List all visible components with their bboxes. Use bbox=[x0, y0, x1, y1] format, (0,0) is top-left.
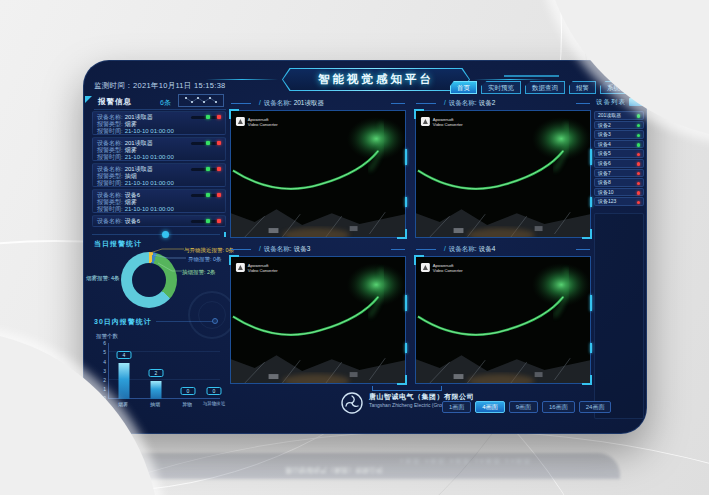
nav-button-data-query[interactable]: 数据查询 bbox=[525, 81, 565, 94]
device-name: 设备2 bbox=[598, 122, 611, 128]
status-dot bbox=[637, 143, 641, 147]
status-indicator bbox=[191, 168, 221, 171]
video-tile-2: /设备名称:设备2 bbox=[414, 97, 592, 239]
alarm-time-value: 21-10-10 01:00:00 bbox=[125, 128, 174, 134]
alarm-panel-title: 报警信息 bbox=[98, 97, 132, 107]
layout-4-button[interactable]: 4画面 bbox=[475, 401, 504, 413]
status-indicator bbox=[191, 194, 221, 197]
scrollbar-track bbox=[92, 234, 220, 235]
device-name-value: 设备6 bbox=[125, 218, 140, 224]
device-name-label: 设备名称: bbox=[264, 99, 292, 106]
device-row[interactable]: 201读取器 bbox=[594, 111, 644, 120]
bar-foreign-object: 0 bbox=[178, 343, 198, 399]
device-row[interactable]: 设备2 bbox=[594, 121, 644, 130]
y-tick: 5 bbox=[96, 349, 106, 355]
status-indicator bbox=[191, 220, 221, 223]
video-feed[interactable] bbox=[415, 256, 591, 384]
alarm-list-item[interactable]: 设备名称:201读取器 报警类型:烟雾 报警时间:21-10-10 01:00:… bbox=[92, 137, 226, 161]
alarm-time-label: 报警时间: bbox=[97, 180, 123, 186]
device-row[interactable]: 设备123 bbox=[594, 197, 644, 206]
nav-button-live-preview[interactable]: 实时预览 bbox=[481, 81, 521, 94]
x-label: 异物 bbox=[182, 401, 192, 407]
green-dot bbox=[206, 193, 210, 197]
video-feed[interactable] bbox=[230, 110, 406, 238]
device-name: 设备4 bbox=[598, 141, 611, 147]
red-dot bbox=[217, 167, 221, 171]
device-name-label: 设备名称: bbox=[449, 245, 477, 252]
layout-24-button[interactable]: 24画面 bbox=[579, 401, 612, 413]
donut-callout-proximity: 与异物接近报警: 0条 bbox=[184, 247, 234, 254]
device-list-tab[interactable] bbox=[629, 98, 643, 106]
layout-16-button[interactable]: 16画面 bbox=[542, 401, 575, 413]
alarm-list-item[interactable]: 设备名称:设备6 报警类型:烟雾 报警时间:21-10-10 01:00:00 bbox=[92, 189, 226, 213]
alarm-list-item[interactable]: 设备名称:201读取器 报警类型:抽烟 报警时间:21-10-10 01:00:… bbox=[92, 163, 226, 187]
video-tile-header: /设备名称:201读取器 bbox=[229, 97, 407, 110]
top-nav: 首页 实时预览 数据查询 报警 系统设置 bbox=[450, 81, 640, 94]
nav-button-home[interactable]: 首页 bbox=[450, 81, 477, 94]
scrollbar-knob[interactable] bbox=[162, 231, 169, 238]
dashboard-panel: 监测时间：2021年10月11日 15:15:38 智能视觉感知平台 首页 实时… bbox=[83, 60, 647, 434]
video-tile-1: /设备名称:201读取器 bbox=[229, 97, 407, 239]
bar-chart-ylabel: 报警个数 bbox=[96, 333, 118, 340]
layout-1-button[interactable]: 1画面 bbox=[442, 401, 471, 413]
scrollbar-end-tick bbox=[224, 232, 226, 237]
device-row[interactable]: 设备4 bbox=[594, 140, 644, 149]
device-name-value: 设备4 bbox=[479, 245, 496, 252]
status-dot bbox=[637, 124, 641, 128]
alarm-panel-header: 报警信息 6条 bbox=[94, 97, 226, 111]
device-list-title: 设备列表 bbox=[596, 98, 626, 107]
device-row[interactable]: 设备7 bbox=[594, 169, 644, 178]
device-row[interactable]: 设备5 bbox=[594, 149, 644, 158]
device-name-value: 201读取器 bbox=[294, 99, 324, 106]
red-dot bbox=[217, 115, 221, 119]
x-label: 抽烟 bbox=[150, 401, 160, 407]
page-title: 智能视觉感知平台 bbox=[318, 72, 434, 87]
alarm-list-item[interactable]: 设备名称:201读取器 报警类型:烟雾 报警时间:21-10-10 01:00:… bbox=[92, 111, 226, 135]
device-name-label: 设备名称: bbox=[97, 114, 123, 120]
status-dot bbox=[637, 172, 641, 176]
edge-accent bbox=[590, 295, 592, 311]
edge-accent bbox=[405, 343, 407, 353]
alarm-type-label: 报警类型: bbox=[97, 173, 123, 179]
device-name: 设备6 bbox=[598, 160, 611, 166]
y-tick: 0 bbox=[96, 395, 106, 401]
device-name-label: 设备名称: bbox=[97, 218, 123, 224]
device-name-label: 设备名称: bbox=[264, 245, 292, 252]
stage: 唐山智诚电气（集团）有限公司 1画面 4画面 9画面 16画面 24画面 监测时… bbox=[0, 0, 709, 495]
device-row[interactable]: 设备8 bbox=[594, 178, 644, 187]
alarm-list-item-partial[interactable]: 设备名称:设备6 bbox=[92, 215, 226, 227]
device-name-label: 设备名称: bbox=[97, 166, 123, 172]
green-dot bbox=[206, 141, 210, 145]
layout-9-button[interactable]: 9画面 bbox=[509, 401, 538, 413]
status-dot bbox=[637, 191, 641, 195]
device-row[interactable]: 设备10 bbox=[594, 188, 644, 197]
bar-proximity: 0 bbox=[204, 343, 224, 399]
video-feed[interactable] bbox=[415, 110, 591, 238]
device-row[interactable]: 设备3 bbox=[594, 130, 644, 139]
title-node-dot bbox=[212, 318, 218, 324]
x-label: 烟雾 bbox=[118, 401, 128, 407]
nav-button-alarm[interactable]: 报警 bbox=[569, 81, 596, 94]
device-name: 设备3 bbox=[598, 131, 611, 137]
monthly-stats-panel: 30日内报警统计 报警个数 0 1 2 3 4 5 6 4 2 0 0 烟雾 抽… bbox=[84, 317, 234, 427]
monitor-timestamp: 监测时间：2021年10月11日 15:15:38 bbox=[94, 81, 226, 91]
nav-button-settings[interactable]: 系统设置 bbox=[600, 81, 640, 94]
video-feed[interactable] bbox=[230, 256, 406, 384]
edge-accent bbox=[590, 197, 592, 207]
background-arc bbox=[0, 430, 709, 495]
alarm-list-scrollbar bbox=[92, 231, 226, 239]
alarm-type-label: 报警类型: bbox=[97, 121, 123, 127]
device-row[interactable]: 设备6 bbox=[594, 159, 644, 168]
reflection-company: 唐山智诚电气（集团）有限公司 bbox=[285, 465, 383, 475]
bar-chart: 0 1 2 3 4 5 6 4 2 0 0 bbox=[108, 343, 220, 399]
bar-fill bbox=[151, 381, 162, 399]
red-dot bbox=[217, 141, 221, 145]
status-dot bbox=[637, 182, 641, 186]
alarm-count-badge: 6条 bbox=[160, 98, 171, 108]
status-indicator bbox=[191, 116, 221, 119]
device-name-value: 设备2 bbox=[479, 99, 496, 106]
company-logo bbox=[340, 391, 364, 415]
page-title-frame: 智能视觉感知平台 bbox=[282, 68, 470, 91]
reflection-bar bbox=[100, 453, 620, 479]
alarm-time-value: 21-10-10 01:00:00 bbox=[125, 180, 174, 186]
